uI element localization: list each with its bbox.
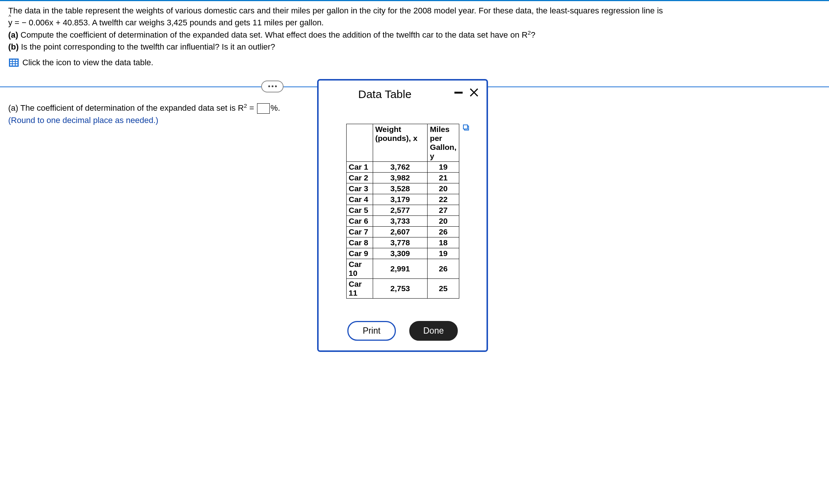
cell-weight: 3,778 bbox=[373, 237, 428, 248]
y-hat: ^ y bbox=[8, 17, 12, 29]
cell-mpg: 25 bbox=[428, 279, 459, 299]
cell-mpg: 20 bbox=[428, 183, 459, 194]
r-squared-sup: 2 bbox=[528, 29, 531, 36]
problem-intro: The data in the table represent the weig… bbox=[8, 6, 663, 15]
table-row: Car 33,52820 bbox=[346, 183, 459, 194]
cell-mpg: 27 bbox=[428, 205, 459, 216]
data-table: Weight (pounds), x Miles per Gallon, y C… bbox=[346, 124, 459, 299]
cell-mpg: 26 bbox=[428, 259, 459, 279]
table-row: Car 102,99126 bbox=[346, 259, 459, 279]
table-row: Car 93,30919 bbox=[346, 248, 459, 259]
table-row: Car 112,75325 bbox=[346, 279, 459, 299]
cell-mpg: 20 bbox=[428, 216, 459, 227]
answer-input[interactable] bbox=[257, 103, 270, 114]
cell-label: Car 8 bbox=[346, 237, 373, 248]
header-mpg: Miles per Gallon, y bbox=[428, 124, 459, 162]
table-row: Car 63,73320 bbox=[346, 216, 459, 227]
cell-mpg: 22 bbox=[428, 194, 459, 205]
cell-mpg: 19 bbox=[428, 248, 459, 259]
copy-icon[interactable] bbox=[463, 125, 470, 131]
cell-label: Car 11 bbox=[346, 279, 373, 299]
data-table-modal: Data Table Weight (pounds), x Miles per … bbox=[317, 79, 488, 352]
cell-weight: 3,982 bbox=[373, 173, 428, 183]
cell-weight: 2,753 bbox=[373, 279, 428, 299]
part-a-suffix: ? bbox=[531, 30, 535, 40]
modal-title: Data Table bbox=[327, 88, 412, 101]
done-button[interactable]: Done bbox=[409, 321, 458, 341]
cell-label: Car 4 bbox=[346, 194, 373, 205]
cell-label: Car 10 bbox=[346, 259, 373, 279]
answer-line-post: %. bbox=[270, 103, 280, 113]
part-b-text: Is the point corresponding to the twelft… bbox=[19, 42, 275, 51]
header-weight: Weight (pounds), x bbox=[373, 124, 428, 162]
part-a-text: Compute the coefficient of determination… bbox=[18, 30, 528, 40]
hat-symbol: ^ bbox=[9, 13, 11, 21]
cell-label: Car 1 bbox=[346, 162, 373, 173]
cell-weight: 2,607 bbox=[373, 227, 428, 237]
table-row: Car 23,98221 bbox=[346, 173, 459, 183]
cell-mpg: 18 bbox=[428, 237, 459, 248]
print-button[interactable]: Print bbox=[347, 321, 396, 341]
cell-label: Car 2 bbox=[346, 173, 373, 183]
cell-label: Car 7 bbox=[346, 227, 373, 237]
cell-weight: 3,733 bbox=[373, 216, 428, 227]
table-row: Car 52,57727 bbox=[346, 205, 459, 216]
rounding-hint: (Round to one decimal place as needed.) bbox=[8, 116, 158, 125]
minimize-icon[interactable] bbox=[454, 92, 463, 94]
expand-pill[interactable] bbox=[261, 81, 284, 92]
answer-eq: = bbox=[247, 103, 256, 113]
cell-label: Car 9 bbox=[346, 248, 373, 259]
equation-text: = − 0.006x + 40.853. A twelfth car weigh… bbox=[12, 18, 324, 27]
table-row: Car 72,60726 bbox=[346, 227, 459, 237]
header-car bbox=[346, 124, 373, 162]
table-row: Car 13,76219 bbox=[346, 162, 459, 173]
table-row: Car 43,17922 bbox=[346, 194, 459, 205]
table-row: Car 83,77818 bbox=[346, 237, 459, 248]
cell-label: Car 6 bbox=[346, 216, 373, 227]
cell-weight: 2,991 bbox=[373, 259, 428, 279]
cell-mpg: 19 bbox=[428, 162, 459, 173]
cell-weight: 3,309 bbox=[373, 248, 428, 259]
part-b-label: (b) bbox=[8, 42, 19, 51]
cell-weight: 3,528 bbox=[373, 183, 428, 194]
close-icon[interactable] bbox=[469, 88, 478, 97]
problem-statement: The data in the table represent the weig… bbox=[0, 1, 829, 69]
answer-line-pre: (a) The coefficient of determination of … bbox=[8, 103, 244, 113]
cell-weight: 3,179 bbox=[373, 194, 428, 205]
answer-r-sup: 2 bbox=[244, 103, 247, 109]
icon-link-text[interactable]: Click the icon to view the data table. bbox=[22, 57, 153, 69]
data-table-body: Car 13,76219 Car 23,98221 Car 33,52820 C… bbox=[346, 162, 459, 299]
cell-mpg: 21 bbox=[428, 173, 459, 183]
cell-label: Car 5 bbox=[346, 205, 373, 216]
cell-weight: 2,577 bbox=[373, 205, 428, 216]
cell-weight: 3,762 bbox=[373, 162, 428, 173]
cell-label: Car 3 bbox=[346, 183, 373, 194]
part-a-label: (a) bbox=[8, 30, 18, 40]
data-table-icon[interactable] bbox=[9, 59, 19, 67]
cell-mpg: 26 bbox=[428, 227, 459, 237]
